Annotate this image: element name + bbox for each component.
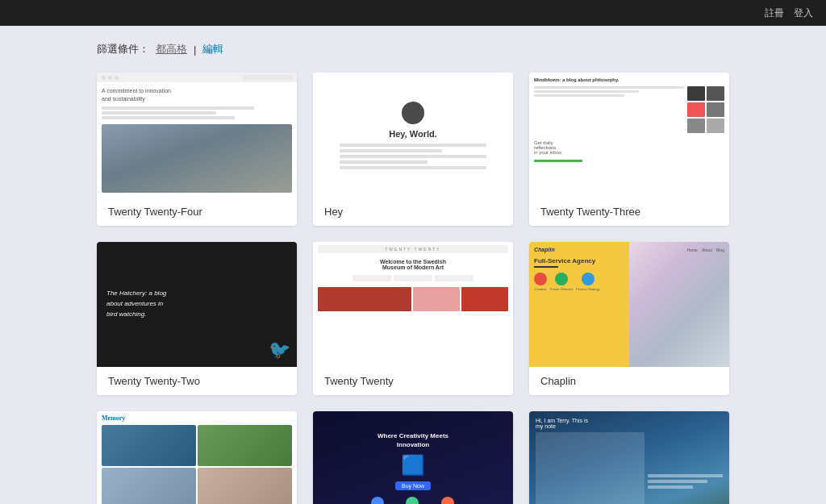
theme-card-hey[interactable]: Hey, World. Hey	[313, 73, 513, 226]
theme-card-twenty-twenty-two[interactable]: The Hatchery: a blogabout adventures inb…	[97, 242, 297, 395]
theme-card-twenty-twenty[interactable]: TWENTY TWENTY Welcome to the SwedishMuse…	[313, 242, 513, 395]
theme-preview-chaplin: Chaplin Home About Blog Full-Service Age…	[529, 242, 729, 367]
theme-preview-twenty-twenty-two: The Hatchery: a blogabout adventures inb…	[97, 242, 297, 367]
theme-card-twenty-twenty-three[interactable]: Mindblown: a blog about philosophy.	[529, 73, 729, 226]
filter-edit-link[interactable]: 編輯	[202, 42, 223, 56]
theme-card-memory[interactable]: Memory Memory	[97, 411, 297, 504]
theme-preview-twenty-twenty-three: Mindblown: a blog about philosophy.	[529, 73, 729, 198]
filter-label: 篩選條件：	[97, 42, 149, 56]
theme-name-twenty-twenty-three: Twenty Twenty-Three	[529, 198, 729, 226]
theme-card-twenty-twenty-four[interactable]: A commitment to innovationand sustainabi…	[97, 73, 297, 226]
theme-name-chaplin: Chaplin	[529, 367, 729, 395]
theme-preview-twenty-twenty-four: A commitment to innovationand sustainabi…	[97, 73, 297, 198]
theme-preview-hey: Hey, World.	[313, 73, 513, 198]
theme-name-twenty-twenty-two: Twenty Twenty-Two	[97, 367, 297, 395]
theme-name-twenty-twenty: Twenty Twenty	[313, 367, 513, 395]
filter-separator: |	[194, 44, 196, 56]
theme-preview-memory: Memory	[97, 411, 297, 504]
theme-card-blocksy[interactable]: Where Creativity MeetsInnovation 🟦 Buy N…	[313, 411, 513, 504]
theme-name-hey: Hey	[313, 198, 513, 226]
register-button[interactable]: 註冊	[765, 6, 784, 20]
theme-card-mynote[interactable]: Hi, I am Terry. This ismy note Mynote	[529, 411, 729, 504]
login-button[interactable]: 登入	[794, 6, 813, 20]
theme-name-twenty-twenty-four: Twenty Twenty-Four	[97, 198, 297, 226]
themes-grid: A commitment to innovationand sustainabi…	[97, 73, 729, 504]
theme-preview-twenty-twenty: TWENTY TWENTY Welcome to the SwedishMuse…	[313, 242, 513, 367]
theme-preview-mynote: Hi, I am Terry. This ismy note	[529, 411, 729, 504]
theme-card-chaplin[interactable]: Chaplin Home About Blog Full-Service Age…	[529, 242, 729, 395]
main-content: 篩選條件： 都高格 | 編輯 A commitment to innovatio…	[0, 26, 826, 504]
filter-bar: 篩選條件： 都高格 | 編輯	[97, 42, 729, 56]
filter-active-link[interactable]: 都高格	[156, 42, 187, 56]
top-bar: 註冊 登入	[0, 0, 826, 26]
theme-preview-blocksy: Where Creativity MeetsInnovation 🟦 Buy N…	[313, 411, 513, 504]
